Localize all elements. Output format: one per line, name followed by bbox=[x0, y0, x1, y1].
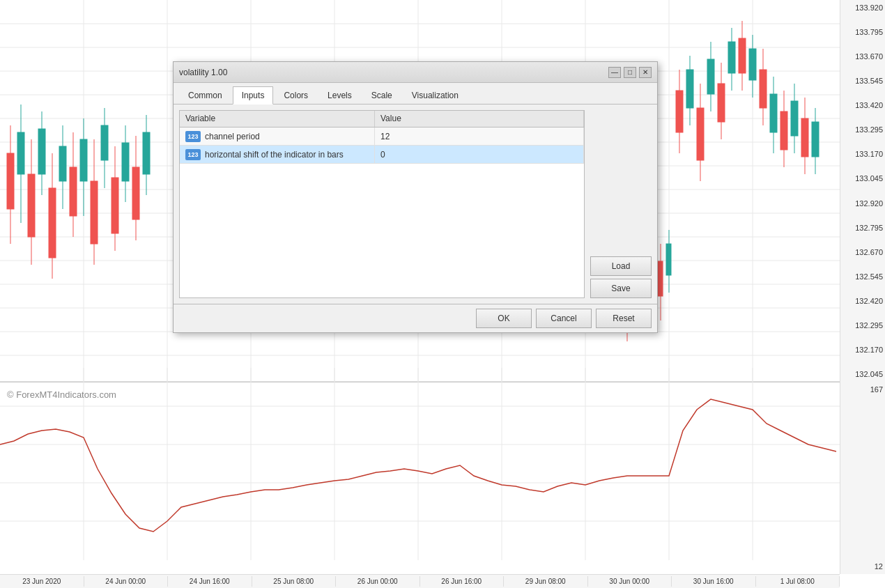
tab-inputs[interactable]: Inputs bbox=[233, 86, 274, 105]
variable-cell: 123 channel period bbox=[180, 127, 375, 145]
modal-overlay: volatility 1.00 — □ ✕ Common Inputs Colo… bbox=[0, 0, 885, 588]
table-row[interactable]: 123 horizontal shift of the indicator in… bbox=[180, 146, 584, 164]
save-button[interactable]: Save bbox=[590, 279, 652, 298]
tab-scale[interactable]: Scale bbox=[362, 86, 401, 105]
dialog-controls: — □ ✕ bbox=[608, 67, 652, 78]
dialog-title: volatility 1.00 bbox=[179, 68, 227, 77]
value-cell[interactable]: 0 bbox=[375, 146, 584, 163]
tab-levels[interactable]: Levels bbox=[318, 86, 361, 105]
dialog: volatility 1.00 — □ ✕ Common Inputs Colo… bbox=[173, 61, 658, 333]
inputs-table: Variable Value 123 channel period 12 123… bbox=[179, 110, 585, 298]
side-buttons: Load Save bbox=[590, 110, 652, 298]
table-row[interactable]: 123 channel period 12 bbox=[180, 127, 584, 146]
tab-visualization[interactable]: Visualization bbox=[403, 86, 468, 105]
value-cell[interactable]: 12 bbox=[375, 127, 584, 145]
close-button[interactable]: ✕ bbox=[639, 67, 652, 78]
dialog-content: Variable Value 123 channel period 12 123… bbox=[174, 105, 657, 304]
table-header: Variable Value bbox=[180, 111, 584, 127]
type-icon-123: 123 bbox=[185, 149, 201, 160]
variable-name: channel period bbox=[205, 132, 260, 141]
reset-button[interactable]: Reset bbox=[596, 309, 652, 328]
dialog-titlebar: volatility 1.00 — □ ✕ bbox=[174, 62, 657, 83]
minimize-button[interactable]: — bbox=[608, 67, 621, 78]
tab-common[interactable]: Common bbox=[179, 86, 231, 105]
dialog-footer: OK Cancel Reset bbox=[174, 304, 657, 332]
tab-bar: Common Inputs Colors Levels Scale Visual… bbox=[174, 83, 657, 105]
column-header-variable: Variable bbox=[180, 111, 375, 127]
column-header-value: Value bbox=[375, 111, 584, 127]
variable-cell: 123 horizontal shift of the indicator in… bbox=[180, 146, 375, 163]
load-button[interactable]: Load bbox=[590, 256, 652, 276]
cancel-button[interactable]: Cancel bbox=[536, 309, 592, 328]
maximize-button[interactable]: □ bbox=[624, 67, 636, 78]
ok-button[interactable]: OK bbox=[476, 309, 532, 328]
variable-name: horizontal shift of the indicator in bar… bbox=[205, 150, 344, 160]
tab-colors[interactable]: Colors bbox=[275, 86, 317, 105]
type-icon-123: 123 bbox=[185, 131, 201, 142]
